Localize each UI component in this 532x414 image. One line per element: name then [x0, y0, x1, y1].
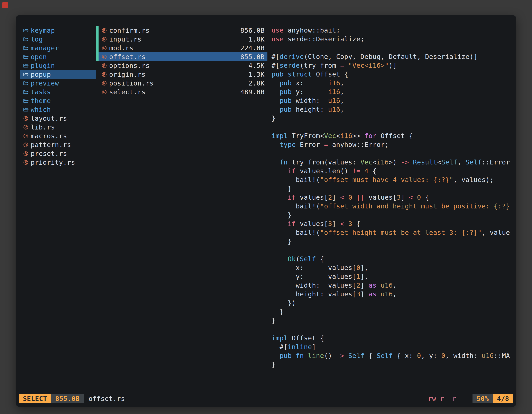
folder-item-open[interactable]: open — [20, 52, 96, 61]
file-item-offset.rs[interactable]: offset.rs855.0B — [96, 52, 267, 61]
file-item-input.rs[interactable]: input.rs1.0K — [96, 35, 267, 44]
open-folder-icon — [23, 28, 29, 33]
file-size: 2.0K — [248, 79, 265, 87]
rust-file-icon — [23, 124, 29, 130]
folder-item-theme[interactable]: theme — [20, 96, 96, 105]
code-line: #[inline] — [272, 343, 513, 351]
file-size: 856.0B — [240, 27, 265, 34]
folder-item-plugin[interactable]: plugin — [20, 61, 96, 70]
code-line: } — [272, 308, 513, 316]
selection-mark — [96, 61, 99, 70]
code-line: width: values[2] as u16, — [272, 281, 513, 290]
code-line: fn try_from(values: Vec<i16>) -> Result<… — [272, 158, 513, 167]
code-line: } — [272, 316, 513, 325]
file-row-content: options.rs4.5K — [99, 61, 267, 70]
rust-file-icon — [101, 63, 107, 68]
code-line: pub x: i16, — [272, 79, 513, 87]
folder-item-keymap[interactable]: keymap — [20, 26, 96, 35]
folder-item-preview[interactable]: preview — [20, 79, 96, 87]
code-line: Ok(Self { — [272, 255, 513, 263]
scroll-percent-badge: 50% — [473, 394, 493, 403]
code-line: }) — [272, 299, 513, 308]
file-item-priority.rs[interactable]: priority.rs — [20, 158, 96, 167]
file-item-origin.rs[interactable]: origin.rs1.3K — [96, 70, 267, 79]
file-item-options.rs[interactable]: options.rs4.5K — [96, 61, 267, 70]
code-line: type Error = anyhow::Error; — [272, 140, 513, 149]
open-folder-icon — [23, 89, 29, 95]
code-line: } — [272, 360, 513, 369]
file-item-mod.rs[interactable]: mod.rs224.0B — [96, 44, 267, 52]
selection-mark — [96, 35, 99, 44]
folder-name: manager — [31, 44, 59, 52]
folder-item-log[interactable]: log — [20, 35, 96, 44]
selection-mark — [96, 87, 99, 96]
file-permissions: -rw-r--r-- — [424, 395, 465, 403]
code-line: use serde::Deserialize; — [272, 35, 513, 44]
code-line — [272, 123, 513, 132]
file-name: preset.rs — [31, 150, 67, 157]
code-line: pub width: u16, — [272, 96, 513, 105]
rust-file-icon — [23, 133, 29, 139]
status-bar: SELECT 855.0B offset.rs -rw-r--r-- 50% 4… — [19, 394, 513, 403]
file-item-confirm.rs[interactable]: confirm.rs856.0B — [96, 26, 267, 35]
cursor-position-badge: 4/8 — [493, 394, 513, 403]
file-item-layout.rs[interactable]: layout.rs — [20, 114, 96, 123]
rust-file-icon — [101, 89, 107, 95]
open-folder-icon — [23, 72, 29, 77]
open-folder-icon — [23, 107, 29, 113]
code-line — [272, 246, 513, 255]
code-line: } — [272, 237, 513, 246]
file-size: 224.0B — [240, 44, 265, 52]
file-name: mod.rs — [109, 44, 238, 52]
mode-badge: SELECT — [19, 394, 51, 403]
code-line: pub fn line() -> Self { Self { x: 0, y: … — [272, 351, 513, 360]
code-line: impl Offset { — [272, 334, 513, 343]
file-item-select.rs[interactable]: select.rs489.0B — [96, 87, 267, 96]
file-row-content: confirm.rs856.0B — [99, 26, 267, 35]
code-line: #[serde(try_from = "Vec<i16>")] — [272, 61, 513, 70]
file-row-content: position.rs2.0K — [99, 79, 267, 87]
file-item-lib.rs[interactable]: lib.rs — [20, 123, 96, 132]
file-name: lib.rs — [31, 123, 55, 131]
file-name: layout.rs — [31, 115, 67, 122]
current-directory-pane: confirm.rs856.0Binput.rs1.0Kmod.rs224.0B… — [96, 26, 269, 391]
folder-item-which[interactable]: which — [20, 105, 96, 114]
desktop-background: keymaplogmanageropenpluginpopuppreviewta… — [0, 0, 532, 414]
file-item-pattern.rs[interactable]: pattern.rs — [20, 140, 96, 149]
file-size: 1.0K — [248, 35, 265, 43]
rust-file-icon — [101, 80, 107, 86]
file-item-position.rs[interactable]: position.rs2.0K — [96, 79, 267, 87]
folder-name: plugin — [31, 62, 55, 69]
folder-name: tasks — [31, 88, 51, 96]
file-item-macros.rs[interactable]: macros.rs — [20, 132, 96, 140]
code-line: if values.len() != 4 { — [272, 167, 513, 175]
code-line: if values[2] < 0 || values[3] < 0 { — [272, 193, 513, 202]
folder-item-popup[interactable]: popup — [20, 70, 96, 79]
file-manager-panes: keymaplogmanageropenpluginpopuppreviewta… — [16, 15, 516, 393]
code-line: bail!("offset must have 4 values: {:?}",… — [272, 175, 513, 184]
file-preview-pane[interactable]: use anyhow::bail;use serde::Deserialize;… — [269, 26, 513, 391]
folder-item-tasks[interactable]: tasks — [20, 87, 96, 96]
file-row-content: offset.rs855.0B — [99, 52, 267, 61]
file-row-content: select.rs489.0B — [99, 87, 267, 96]
open-folder-icon — [23, 63, 29, 68]
folder-item-manager[interactable]: manager — [20, 44, 96, 52]
file-name: pattern.rs — [31, 141, 71, 149]
file-name: position.rs — [109, 79, 246, 87]
code-line: x: values[0], — [272, 263, 513, 272]
file-row-content: input.rs1.0K — [99, 35, 267, 44]
file-row-content: origin.rs1.3K — [99, 70, 267, 79]
rust-file-icon — [101, 36, 107, 42]
selection-mark — [96, 26, 99, 35]
status-filename: offset.rs — [88, 395, 125, 403]
file-item-preset.rs[interactable]: preset.rs — [20, 149, 96, 158]
file-name: priority.rs — [31, 159, 75, 166]
rust-file-icon — [101, 28, 107, 33]
code-line: y: values[1], — [272, 272, 513, 281]
code-line: if values[3] < 3 { — [272, 220, 513, 228]
file-size: 4.5K — [248, 62, 265, 69]
code-line: } — [272, 114, 513, 123]
open-folder-icon — [23, 36, 29, 42]
rust-file-icon — [23, 151, 29, 156]
file-name: select.rs — [109, 88, 238, 96]
